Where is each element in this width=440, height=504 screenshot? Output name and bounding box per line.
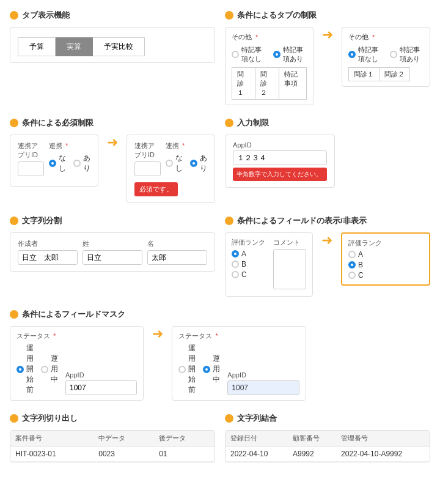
tab-display-card: 予算 実算 予実比較 — [10, 27, 215, 63]
condition-required-before: 連携アプリID 連携 * なし — [10, 135, 98, 187]
rank-c-after[interactable]: C — [348, 271, 423, 280]
string-split-card: 作成者 姓 名 — [10, 232, 215, 272]
arrow-right: ➜ — [317, 27, 338, 43]
radio-circle — [390, 51, 397, 58]
small-tab-2-after[interactable]: 問診２ — [380, 67, 410, 81]
radio-ari-before[interactable]: あり — [73, 153, 90, 174]
appid-input-after[interactable] — [134, 161, 161, 176]
section-dot — [225, 217, 233, 225]
string-extract-title: 文字列切り出し — [10, 413, 215, 424]
table-row: 2022-04-10 A9992 2022-04-10-A9992 — [226, 447, 430, 462]
field-mask-after: ステータス * 運用開始前 運用中 — [172, 326, 306, 401]
sei-input[interactable] — [82, 250, 142, 265]
arrow-right-3: ➜ — [317, 232, 337, 248]
radio-nashi-after[interactable]: なし — [166, 153, 183, 174]
rank-b-after[interactable]: B — [348, 261, 423, 269]
section-dot — [10, 217, 18, 225]
tab-condition-title: 条件によるタブの制限 — [225, 10, 430, 21]
arrow-right-2: ➜ — [102, 135, 123, 150]
field-show-hide-after: 評価ランク A B C — [341, 232, 430, 286]
tab-yosan[interactable]: 予算 — [18, 37, 56, 56]
anken-value: HIT-0023-01 — [10, 447, 94, 462]
radio-circle — [232, 51, 239, 58]
radio-circle — [73, 160, 81, 167]
field-show-hide-before: 評価ランク A B C — [225, 232, 313, 297]
comment-textarea[interactable] — [273, 249, 306, 289]
th-naka: 中データ — [94, 431, 154, 447]
radio-item-tokki-ari-before[interactable]: 特記事項あり — [273, 45, 307, 64]
condition-required-title: 条件による必須制限 — [10, 117, 215, 128]
mei-input[interactable] — [147, 250, 207, 265]
input-restriction-card: AppID 半角数字で入力してください。 — [225, 135, 335, 188]
radio-item-tokki-nashi-after[interactable]: 特記事項なし — [348, 45, 383, 64]
radio-ari-after[interactable]: あり — [190, 153, 207, 174]
rank-c-before[interactable]: C — [232, 270, 268, 279]
radio-circle — [232, 271, 239, 278]
small-tab-1-after[interactable]: 問診１ — [348, 67, 380, 81]
radio-circle — [41, 366, 48, 373]
small-tabs-after: 問診１ 問診２ — [348, 67, 424, 81]
radio-item-tokki-nashi-before[interactable]: 特記事項なし — [232, 45, 266, 64]
status-after-option1[interactable]: 運用開始前 — [178, 343, 196, 395]
field-label-renraku-before: 連携 * — [49, 141, 90, 150]
small-tab-1[interactable]: 問診１ — [232, 67, 255, 100]
section-dot — [10, 119, 18, 127]
field-group-sakusha: 作成者 — [18, 239, 78, 265]
radio-circle — [232, 261, 239, 268]
section-dot — [225, 414, 233, 423]
tab-display-tabs: 予算 実算 予実比較 — [18, 37, 207, 56]
field-group-mei: 名 — [147, 239, 207, 265]
tab-yojitsu[interactable]: 予実比較 — [93, 37, 145, 56]
tab-condition-before-radios: 特記事項なし 特記事項あり — [232, 45, 307, 64]
radio-circle-checked — [16, 366, 24, 373]
tab-jissan[interactable]: 実算 — [56, 37, 93, 56]
rank-b-before[interactable]: B — [232, 260, 268, 269]
kanri-value: 2022-04-10-A9992 — [336, 447, 430, 462]
th-anken: 案件番号 — [10, 431, 94, 447]
section-dot — [225, 11, 233, 20]
sakusha-input[interactable] — [18, 250, 78, 265]
status-before-option2[interactable]: 運用中 — [41, 354, 58, 385]
condition-required-after: 連携アプリID 連携 * なし — [127, 135, 215, 203]
rank-a-after[interactable]: A — [348, 250, 423, 259]
radio-circle-checked — [273, 51, 280, 58]
field-label-renraku-after: 連携 * — [166, 141, 207, 150]
status-before-option1[interactable]: 運用開始前 — [16, 343, 34, 395]
status-after-option2[interactable]: 運用中 — [203, 354, 220, 385]
field-label-appid-after: 連携アプリID — [134, 141, 161, 160]
tab-condition-after: その他 * 特記事項なし 特記事項あり 問診１ 問診２ — [342, 27, 430, 87]
radio-circle-checked — [190, 160, 197, 167]
radio-circle-checked — [203, 366, 210, 373]
small-tab-2[interactable]: 問診２ — [255, 67, 279, 100]
section-dot — [10, 11, 18, 20]
th-kanri: 管理番号 — [336, 431, 430, 447]
appid-mask-before[interactable] — [65, 380, 137, 395]
appid-input-before[interactable] — [18, 161, 44, 176]
string-extract-table: 案件番号 中データ 後データ HIT-0023-01 0023 01 — [10, 430, 215, 462]
radio-nashi-before[interactable]: なし — [49, 153, 66, 174]
small-tab-3[interactable]: 特記事項 — [279, 67, 307, 100]
naka-value: 0023 — [94, 447, 154, 462]
radio-circle — [348, 251, 356, 258]
radio-item-tokki-ari-after[interactable]: 特記事項あり — [390, 45, 424, 64]
th-kokyaku: 顧客番号 — [288, 431, 336, 447]
appid-label: AppID — [233, 141, 327, 149]
rank-a-before[interactable]: A — [232, 250, 268, 258]
string-concat-table: 登録日付 顧客番号 管理番号 2022-04-10 A9992 2022-04-… — [225, 430, 430, 462]
warning-message: 半角数字で入力してください。 — [233, 168, 327, 181]
field-mask-title: 条件によるフィールドマスク — [10, 309, 430, 320]
section-dot — [10, 414, 18, 423]
error-message: 必須です。 — [134, 182, 178, 196]
field-label-appid-before: 連携アプリID — [18, 141, 44, 160]
appid-mask-after — [227, 380, 299, 395]
field-show-hide-title: 条件によるフィールドの表示/非表示 — [225, 215, 430, 226]
section-dot — [225, 119, 233, 127]
section-dot — [10, 310, 18, 319]
input-restriction-title: 入力制限 — [225, 117, 430, 128]
arrow-right-4: ➜ — [147, 326, 168, 342]
string-concat-title: 文字列結合 — [225, 413, 430, 424]
table-row: HIT-0023-01 0023 01 — [10, 447, 215, 462]
field-group-sei: 姓 — [82, 239, 142, 265]
field-mask-before: ステータス * 運用開始前 運用中 — [10, 326, 144, 401]
appid-input[interactable] — [233, 150, 327, 165]
